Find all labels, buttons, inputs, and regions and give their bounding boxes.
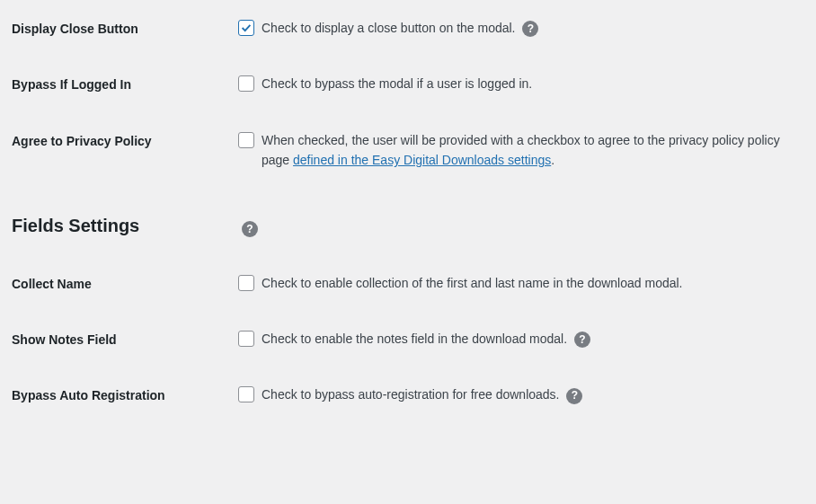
desc-text: Check to bypass auto-registration for fr… bbox=[262, 387, 560, 402]
checkbox-collect-name[interactable] bbox=[238, 275, 254, 291]
label-collect-name: Collect Name bbox=[0, 273, 238, 291]
row-display-close-button: Display Close Button Check to display a … bbox=[0, 0, 816, 56]
checkbox-display-close-button[interactable] bbox=[238, 20, 254, 36]
help-icon[interactable]: ? bbox=[574, 332, 590, 348]
checkbox-show-notes[interactable] bbox=[238, 331, 254, 347]
label-bypass-auto-registration: Bypass Auto Registration bbox=[0, 385, 238, 402]
fields-settings-help-wrap: ? bbox=[238, 216, 816, 237]
control-show-notes: Check to enable the notes field in the d… bbox=[238, 329, 816, 349]
label-privacy-policy: Agree to Privacy Policy bbox=[0, 130, 238, 148]
help-icon[interactable]: ? bbox=[242, 221, 258, 237]
fields-settings-heading: Fields Settings bbox=[0, 216, 238, 236]
control-privacy-policy: When checked, the user will be provided … bbox=[238, 130, 816, 171]
desc-text: Check to display a close button on the m… bbox=[262, 21, 516, 35]
checkbox-bypass-logged-in[interactable] bbox=[238, 75, 254, 92]
desc-show-notes: Check to enable the notes field in the d… bbox=[262, 329, 590, 349]
desc-collect-name: Check to enable collection of the first … bbox=[262, 273, 683, 293]
desc-display-close-button: Check to display a close button on the m… bbox=[262, 18, 538, 38]
control-bypass-auto-registration: Check to bypass auto-registration for fr… bbox=[238, 385, 816, 404]
row-collect-name: Collect Name Check to enable collection … bbox=[0, 255, 816, 311]
checkbox-privacy-policy[interactable] bbox=[238, 132, 254, 148]
help-icon[interactable]: ? bbox=[522, 21, 538, 37]
help-icon[interactable]: ? bbox=[566, 388, 582, 404]
control-display-close-button: Check to display a close button on the m… bbox=[238, 18, 816, 38]
control-collect-name: Check to enable collection of the first … bbox=[238, 273, 816, 293]
row-show-notes: Show Notes Field Check to enable the not… bbox=[0, 311, 816, 367]
desc-text: Check to enable the notes field in the d… bbox=[262, 332, 567, 346]
desc-privacy-policy: When checked, the user will be provided … bbox=[262, 130, 803, 171]
label-show-notes: Show Notes Field bbox=[0, 329, 238, 347]
settings-form: Display Close Button Check to display a … bbox=[0, 0, 816, 423]
check-icon bbox=[240, 22, 253, 34]
desc-post: . bbox=[551, 153, 554, 167]
label-bypass-logged-in: Bypass If Logged In bbox=[0, 74, 238, 92]
row-bypass-auto-registration: Bypass Auto Registration Check to bypass… bbox=[0, 367, 816, 422]
control-bypass-logged-in: Check to bypass the modal if a user is l… bbox=[238, 74, 816, 93]
checkbox-bypass-auto-registration[interactable] bbox=[238, 386, 254, 402]
label-display-close-button: Display Close Button bbox=[0, 18, 238, 36]
row-privacy-policy: Agree to Privacy Policy When checked, th… bbox=[0, 112, 816, 189]
row-fields-settings-heading: Fields Settings ? bbox=[0, 189, 816, 255]
desc-bypass-auto-registration: Check to bypass auto-registration for fr… bbox=[262, 385, 582, 404]
row-bypass-logged-in: Bypass If Logged In Check to bypass the … bbox=[0, 56, 816, 111]
privacy-settings-link[interactable]: defined in the Easy Digital Downloads se… bbox=[293, 153, 551, 167]
desc-bypass-logged-in: Check to bypass the modal if a user is l… bbox=[262, 74, 532, 93]
